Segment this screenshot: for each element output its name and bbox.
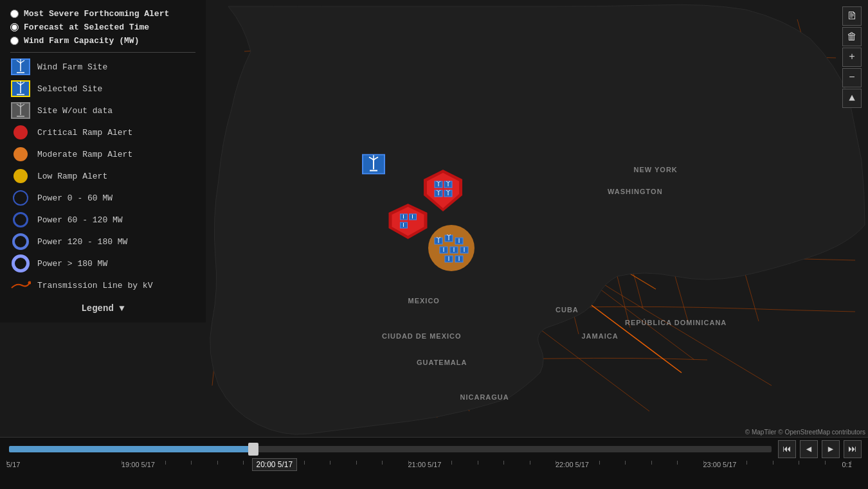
legend-item-wfsite: Wind Farm Site bbox=[10, 58, 195, 76]
power180-icon bbox=[10, 254, 31, 272]
zoom-out-button[interactable]: − bbox=[842, 68, 862, 87]
play-button[interactable]: ▶ bbox=[822, 440, 840, 458]
legend-item-power0: Power 0 - 60 MW bbox=[10, 189, 195, 207]
tl-label-1900: 19:00 5/17 bbox=[122, 461, 155, 468]
nodata-label: Site W/out data bbox=[37, 106, 113, 116]
legend-item-power60: Power 60 - 120 MW bbox=[10, 211, 195, 229]
map-attribution: © MapTiler © OpenStreetMap contributors bbox=[745, 429, 865, 436]
tl-label-2200: 22:00 5/17 bbox=[556, 461, 589, 468]
legend-items: Wind Farm Site Selected Site bbox=[10, 58, 195, 294]
tl-label-2300: 23:00 5/17 bbox=[703, 461, 737, 468]
power180-label: Power > 180 MW bbox=[37, 259, 107, 269]
radio-group: Most Severe Forthcoming Alert Forecast a… bbox=[10, 9, 195, 46]
radio-forecast[interactable] bbox=[10, 23, 19, 31]
transmission-icon bbox=[10, 276, 31, 294]
radio-item-capacity[interactable]: Wind Farm Capacity (MW) bbox=[10, 36, 195, 46]
save-button[interactable]: 🖹 bbox=[842, 6, 862, 26]
power120-icon bbox=[10, 233, 31, 251]
legend-toggle[interactable]: Legend ▼ bbox=[10, 301, 195, 316]
timeline-slider-row: ⏮◀▶⏭ bbox=[0, 438, 868, 461]
map-container: NEW YORK WASHINGTON MEXICO CUBA CIUDAD D… bbox=[0, 0, 868, 437]
power120-label: Power 120 - 180 MW bbox=[37, 237, 127, 247]
timeline-labels-row: 5/17 19:00 5/17 20:00 5/17 21:00 5/17 22… bbox=[0, 461, 868, 489]
radio-item-forecast[interactable]: Forecast at Selected Time bbox=[10, 22, 195, 32]
radio-severe[interactable] bbox=[10, 10, 19, 18]
critical-alert-icon bbox=[10, 123, 31, 141]
radio-severe-label: Most Severe Forthcoming Alert bbox=[24, 9, 169, 19]
map-controls: 🖹 🗑 + − ▲ bbox=[842, 6, 862, 108]
legend-item-transmission: Transmission Line by kV bbox=[10, 276, 195, 294]
power0-icon bbox=[10, 189, 31, 207]
selected-site-label: Selected Site bbox=[37, 84, 102, 94]
skip-fwd-button[interactable]: ⏭ bbox=[844, 440, 862, 458]
timeline-slider-fill bbox=[9, 446, 253, 452]
nodata-site-icon bbox=[10, 102, 31, 120]
north-button[interactable]: ▲ bbox=[842, 89, 862, 108]
wf-site-label: Wind Farm Site bbox=[37, 62, 107, 72]
tl-current-label: 20:00 5/17 bbox=[252, 458, 298, 471]
timeline-slider-thumb[interactable] bbox=[248, 443, 258, 456]
radio-forecast-label: Forecast at Selected Time bbox=[24, 22, 149, 32]
power0-label: Power 0 - 60 MW bbox=[37, 193, 113, 203]
critical-label: Critical Ramp Alert bbox=[37, 128, 132, 138]
legend-item-moderate: Moderate Ramp Alert bbox=[10, 145, 195, 163]
legend-item-critical: Critical Ramp Alert bbox=[10, 123, 195, 141]
radio-capacity[interactable] bbox=[10, 37, 19, 45]
selected-site-icon bbox=[10, 80, 31, 98]
power60-label: Power 60 - 120 MW bbox=[37, 215, 123, 225]
zoom-in-button[interactable]: + bbox=[842, 48, 862, 67]
wf-site-icon bbox=[10, 58, 31, 76]
moderate-alert-icon bbox=[10, 145, 31, 163]
back-button[interactable]: ◀ bbox=[800, 440, 818, 458]
power60-icon bbox=[10, 211, 31, 229]
low-alert-icon bbox=[10, 167, 31, 185]
legend-item-selected: Selected Site bbox=[10, 80, 195, 98]
radio-capacity-label: Wind Farm Capacity (MW) bbox=[24, 36, 139, 46]
delete-button[interactable]: 🗑 bbox=[842, 27, 862, 46]
transmission-label: Transmission Line by kV bbox=[37, 281, 152, 290]
skip-back-button[interactable]: ⏮ bbox=[778, 440, 796, 458]
low-label: Low Ramp Alert bbox=[37, 172, 107, 181]
legend-item-nodata: Site W/out data bbox=[10, 102, 195, 120]
legend-item-power120: Power 120 - 180 MW bbox=[10, 233, 195, 251]
legend-panel: Most Severe Forthcoming Alert Forecast a… bbox=[0, 0, 206, 323]
legend-item-low: Low Ramp Alert bbox=[10, 167, 195, 185]
timeline-slider[interactable] bbox=[9, 446, 772, 452]
moderate-label: Moderate Ramp Alert bbox=[37, 150, 132, 159]
legend-item-power180: Power > 180 MW bbox=[10, 254, 195, 272]
tl-label-0: 5/17 bbox=[6, 461, 20, 468]
radio-item-severe[interactable]: Most Severe Forthcoming Alert bbox=[10, 9, 195, 19]
tl-label-2100: 21:00 5/17 bbox=[408, 461, 442, 468]
timeline: ⏮◀▶⏭ 5/17 19:00 5/17 20:00 5/17 21:00 5/… bbox=[0, 437, 868, 489]
